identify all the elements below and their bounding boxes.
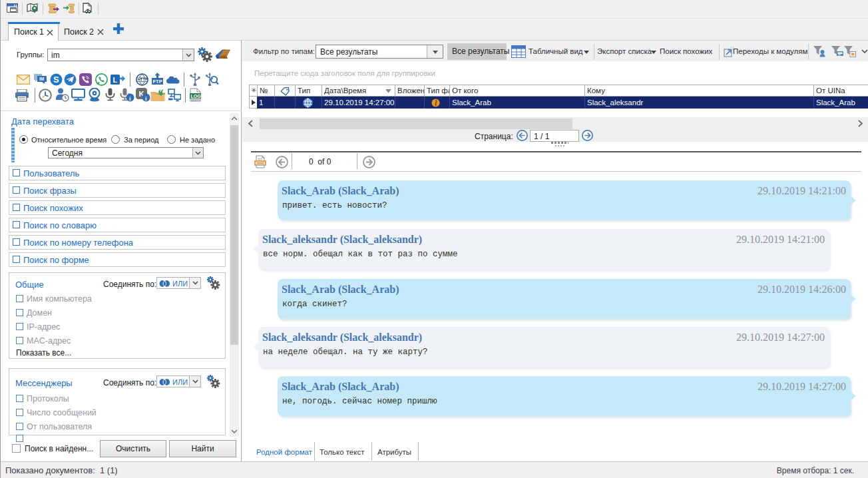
svg-text:FTP: FTP [153,79,162,85]
svg-text:HTTP: HTTP [138,77,148,81]
svg-text:IM: IM [39,77,44,81]
svg-text:LOG: LOG [191,94,202,99]
svg-text:S: S [53,75,59,85]
svg-text:L: L [113,76,118,84]
